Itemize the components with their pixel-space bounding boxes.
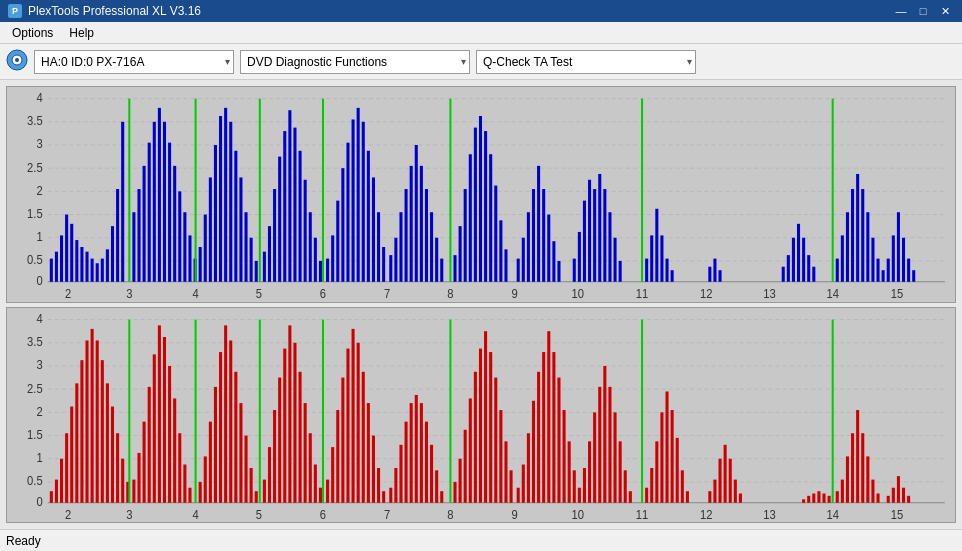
svg-rect-249 bbox=[229, 340, 232, 502]
svg-rect-322 bbox=[603, 365, 606, 502]
svg-rect-76 bbox=[250, 238, 253, 282]
status-bar: Ready bbox=[0, 529, 962, 551]
svg-rect-254 bbox=[255, 491, 258, 503]
svg-rect-165 bbox=[841, 235, 844, 281]
svg-rect-101 bbox=[372, 177, 375, 281]
svg-rect-346 bbox=[807, 495, 810, 502]
svg-rect-61 bbox=[178, 191, 181, 281]
menu-help[interactable]: Help bbox=[61, 24, 102, 42]
svg-rect-336 bbox=[681, 470, 684, 502]
svg-rect-326 bbox=[624, 470, 627, 502]
svg-rect-136 bbox=[573, 259, 576, 282]
svg-rect-121 bbox=[479, 116, 482, 282]
svg-rect-314 bbox=[563, 410, 566, 503]
svg-rect-233 bbox=[148, 386, 151, 502]
minimize-button[interactable]: — bbox=[892, 4, 910, 18]
svg-rect-224 bbox=[106, 383, 109, 502]
svg-text:2: 2 bbox=[36, 404, 43, 419]
svg-text:15: 15 bbox=[891, 507, 904, 522]
svg-rect-119 bbox=[469, 154, 472, 282]
drive-dropdown[interactable]: HA:0 ID:0 PX-716A bbox=[34, 50, 234, 74]
svg-rect-150 bbox=[660, 235, 663, 281]
svg-rect-154 bbox=[713, 259, 716, 282]
svg-rect-337 bbox=[686, 491, 689, 503]
svg-rect-365 bbox=[907, 495, 910, 502]
svg-rect-75 bbox=[245, 212, 248, 282]
svg-text:13: 13 bbox=[763, 507, 776, 522]
svg-rect-263 bbox=[299, 371, 302, 502]
svg-rect-141 bbox=[598, 174, 601, 282]
svg-rect-62 bbox=[183, 212, 186, 282]
svg-rect-324 bbox=[614, 412, 617, 502]
svg-rect-112 bbox=[430, 212, 433, 282]
svg-rect-107 bbox=[405, 189, 408, 282]
svg-rect-315 bbox=[568, 441, 571, 502]
svg-rect-332 bbox=[660, 412, 663, 502]
svg-rect-277 bbox=[367, 403, 370, 503]
svg-rect-304 bbox=[510, 470, 513, 502]
svg-text:8: 8 bbox=[447, 286, 454, 301]
svg-rect-266 bbox=[314, 464, 317, 502]
svg-rect-298 bbox=[479, 348, 482, 502]
svg-rect-81 bbox=[273, 189, 276, 282]
svg-rect-343 bbox=[734, 479, 737, 502]
svg-rect-316 bbox=[573, 470, 576, 502]
svg-rect-118 bbox=[464, 189, 467, 282]
svg-rect-111 bbox=[425, 189, 428, 282]
svg-rect-54 bbox=[143, 166, 146, 282]
svg-rect-175 bbox=[892, 235, 895, 281]
svg-text:1: 1 bbox=[36, 450, 43, 465]
svg-rect-173 bbox=[882, 270, 885, 282]
close-button[interactable]: ✕ bbox=[936, 4, 954, 18]
title-bar-left: P PlexTools Professional XL V3.16 bbox=[8, 4, 201, 18]
svg-rect-95 bbox=[341, 168, 344, 282]
test-dropdown[interactable]: Q-Check TA Test bbox=[476, 50, 696, 74]
svg-rect-178 bbox=[907, 259, 910, 282]
svg-rect-164 bbox=[836, 259, 839, 282]
svg-rect-84 bbox=[288, 110, 291, 282]
svg-rect-356 bbox=[856, 410, 859, 503]
svg-rect-103 bbox=[382, 247, 385, 282]
svg-text:6: 6 bbox=[320, 286, 327, 301]
svg-rect-285 bbox=[410, 403, 413, 503]
svg-rect-122 bbox=[484, 131, 487, 282]
svg-rect-305 bbox=[517, 487, 520, 502]
svg-rect-239 bbox=[178, 433, 181, 503]
test-dropdown-wrapper: Q-Check TA Test ▾ bbox=[476, 50, 696, 74]
svg-rect-311 bbox=[547, 331, 550, 503]
svg-rect-50 bbox=[121, 122, 124, 282]
svg-text:7: 7 bbox=[384, 286, 391, 301]
svg-rect-335 bbox=[676, 437, 679, 502]
svg-rect-97 bbox=[352, 119, 355, 281]
svg-text:4: 4 bbox=[192, 507, 199, 522]
function-dropdown[interactable]: DVD Diagnostic Functions bbox=[240, 50, 470, 74]
svg-rect-216 bbox=[65, 433, 68, 503]
svg-rect-176 bbox=[897, 212, 900, 282]
svg-rect-85 bbox=[293, 128, 296, 282]
svg-rect-286 bbox=[415, 394, 418, 502]
svg-rect-86 bbox=[299, 151, 302, 282]
top-chart-panel: 4 3.5 3 2.5 2 1.5 1 0.5 0 2 3 4 5 6 7 8 … bbox=[6, 86, 956, 303]
svg-rect-73 bbox=[234, 151, 237, 282]
svg-rect-39 bbox=[65, 215, 68, 282]
svg-rect-313 bbox=[557, 377, 560, 502]
svg-text:0.5: 0.5 bbox=[27, 473, 43, 488]
svg-rect-341 bbox=[724, 444, 727, 502]
menu-bar: Options Help bbox=[0, 22, 962, 44]
svg-rect-40 bbox=[70, 224, 73, 282]
svg-rect-214 bbox=[55, 479, 58, 502]
svg-rect-355 bbox=[851, 433, 854, 503]
maximize-button[interactable]: □ bbox=[914, 4, 932, 18]
svg-rect-46 bbox=[101, 259, 104, 282]
svg-text:11: 11 bbox=[636, 286, 649, 301]
svg-rect-59 bbox=[168, 143, 171, 282]
svg-rect-120 bbox=[474, 128, 477, 282]
svg-rect-321 bbox=[598, 386, 601, 502]
svg-text:2: 2 bbox=[65, 286, 72, 301]
svg-rect-49 bbox=[116, 189, 119, 282]
menu-options[interactable]: Options bbox=[4, 24, 61, 42]
svg-rect-282 bbox=[394, 468, 397, 503]
svg-rect-340 bbox=[719, 458, 722, 502]
svg-rect-152 bbox=[671, 270, 674, 282]
svg-rect-223 bbox=[101, 360, 104, 503]
